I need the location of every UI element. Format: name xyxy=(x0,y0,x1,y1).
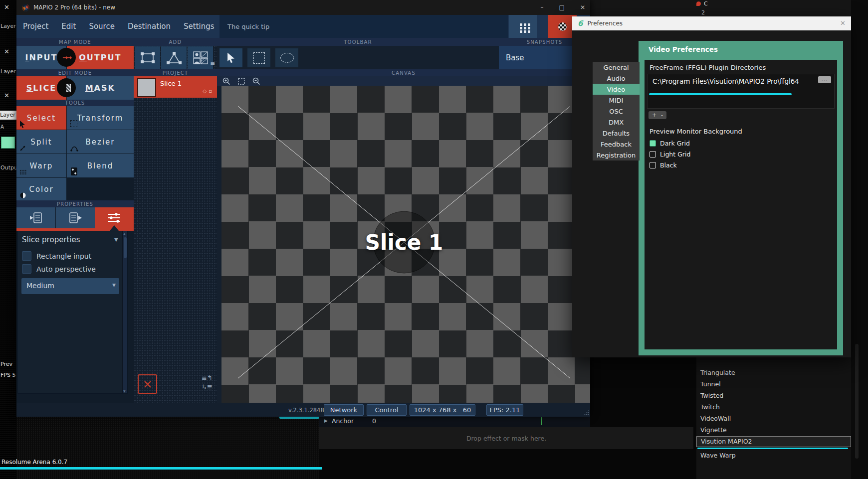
tab-audio[interactable]: Audio xyxy=(593,73,640,84)
maximize-button[interactable]: □ xyxy=(559,4,565,11)
checker-icon xyxy=(558,22,567,31)
drop-zone[interactable]: Drop effect or mask here. xyxy=(319,427,693,449)
effect-item[interactable]: Wave Warp xyxy=(696,450,851,461)
anchor-value[interactable]: 0 xyxy=(372,417,376,425)
delete-slice-button[interactable] xyxy=(138,374,157,394)
close-button[interactable]: ✕ xyxy=(580,4,585,11)
input-properties-button[interactable] xyxy=(16,207,55,228)
add-triangle-button[interactable] xyxy=(161,46,187,69)
remove-directory-button[interactable]: - xyxy=(661,113,663,118)
add-mask-button[interactable] xyxy=(188,46,213,69)
anchor-row: ▶ Anchor 0 xyxy=(319,416,590,427)
tool-transform[interactable]: Transform xyxy=(67,106,134,130)
tool-color[interactable]: Color xyxy=(16,178,66,200)
layer-selected-chip[interactable]: Layer xyxy=(0,111,16,120)
close-icon[interactable]: ✕ xyxy=(4,48,9,55)
output-properties-button[interactable] xyxy=(56,207,95,228)
resolume-bottom-left xyxy=(16,416,319,479)
slice-mask-toggle-icon[interactable] xyxy=(57,78,76,97)
lasso-select-button[interactable] xyxy=(275,48,298,67)
tab-general[interactable]: General xyxy=(593,62,640,73)
option-light-grid[interactable]: Light Grid xyxy=(650,150,690,159)
dark-grid-checkbox[interactable] xyxy=(650,140,656,147)
slice-visibility-icons[interactable]: ◇▫ xyxy=(203,88,214,94)
control-button[interactable]: Control xyxy=(367,404,407,416)
add-list-icon[interactable]: ≡ xyxy=(210,60,215,67)
plugin-dirs-listbox[interactable]: C:\Program Files\Visution\MAPIO2 Pro\ffg… xyxy=(647,74,835,109)
rectangle-input-row[interactable]: Rectangle input xyxy=(22,251,91,261)
quality-dropdown[interactable]: Medium ▼ xyxy=(21,278,119,294)
scroll-down-icon[interactable]: ▼ xyxy=(123,389,126,393)
tab-osc[interactable]: OSC xyxy=(593,106,640,117)
network-button[interactable]: Network xyxy=(324,404,364,416)
effect-item[interactable]: Twisted xyxy=(696,390,851,401)
effect-item[interactable]: Vignette xyxy=(696,425,851,436)
tool-select[interactable]: Select xyxy=(16,106,66,130)
tab-feedback[interactable]: Feedback xyxy=(593,139,640,150)
effect-item[interactable]: VideoWall xyxy=(696,413,851,424)
layer-order-buttons[interactable]: ≣↰ ↳≣ xyxy=(198,373,216,393)
tab-midi[interactable]: MIDI xyxy=(593,95,640,106)
mask-mode-button[interactable]: MASK xyxy=(67,76,134,100)
resize-grip[interactable] xyxy=(583,410,589,416)
tool-blend[interactable]: Blend xyxy=(67,154,134,177)
auto-perspective-checkbox[interactable] xyxy=(22,264,31,274)
effect-item-selected[interactable]: Visution MAPIO2 xyxy=(696,436,851,447)
snapshot-label: Base xyxy=(506,53,524,62)
minimize-button[interactable]: – xyxy=(541,4,544,11)
auto-perspective-row[interactable]: Auto perspective xyxy=(22,264,96,274)
tool-bezier[interactable]: Bezier xyxy=(67,130,134,154)
layer-label[interactable]: Layer xyxy=(0,23,16,29)
scrollbar[interactable] xyxy=(855,344,859,459)
scrollbar-thumb[interactable] xyxy=(124,237,127,258)
collapse-chevron-icon[interactable]: ▼ xyxy=(114,236,118,243)
close-icon[interactable]: ✕ xyxy=(4,3,9,11)
tab-defaults[interactable]: Defaults xyxy=(593,128,640,139)
preferences-title-bar[interactable]: 6 Preferences ✕ xyxy=(572,16,851,30)
color-swatch[interactable] xyxy=(1,137,15,149)
tab-registration[interactable]: Registration xyxy=(593,150,640,160)
menu-source[interactable]: Source xyxy=(82,15,121,38)
properties-scrollbar[interactable]: ▲ ▼ xyxy=(122,231,127,393)
resolution-button[interactable]: 1024 x 768 x 60 xyxy=(410,404,475,416)
layout-grid-button[interactable] xyxy=(509,15,537,38)
properties-panel-title[interactable]: Slice properties xyxy=(22,235,80,244)
effect-item[interactable]: Twitch xyxy=(696,402,851,413)
menu-edit[interactable]: Edit xyxy=(55,15,82,38)
close-icon[interactable]: ✕ xyxy=(4,92,9,99)
menu-settings[interactable]: Settings xyxy=(177,15,221,38)
cursor-tool-button[interactable] xyxy=(219,48,242,67)
light-grid-checkbox[interactable] xyxy=(650,151,656,158)
io-toggle-icon[interactable]: →→ xyxy=(57,48,76,67)
rectangle-input-checkbox[interactable] xyxy=(22,251,31,261)
option-black[interactable]: Black xyxy=(650,160,677,169)
output-mode-button[interactable]: OUTPUT xyxy=(67,46,134,69)
app-logo-icon xyxy=(22,4,29,11)
effect-item[interactable]: Tunnel xyxy=(696,379,851,390)
option-dark-grid[interactable]: Dark Grid xyxy=(650,139,690,148)
menu-bar: Project Edit Source Destination Settings… xyxy=(16,15,590,38)
fps-indicator[interactable]: FPS: 2.11 xyxy=(486,404,523,416)
black-checkbox[interactable] xyxy=(650,162,656,168)
marquee-select-button[interactable] xyxy=(247,48,270,67)
tab-video[interactable]: Video xyxy=(593,84,640,95)
layer-label[interactable]: Layer xyxy=(0,68,16,75)
section-project: PROJECT xyxy=(134,69,217,76)
browse-button[interactable]: ... xyxy=(818,76,831,83)
timeline-marker[interactable] xyxy=(541,417,542,425)
tool-warp[interactable]: Warp xyxy=(16,154,66,177)
tool-split[interactable]: Split xyxy=(16,130,66,154)
menu-destination[interactable]: Destination xyxy=(121,15,177,38)
effect-item[interactable]: Triangulate xyxy=(696,367,851,378)
add-directory-button[interactable]: + xyxy=(652,113,656,118)
resolume-top-strip: C 2 xyxy=(590,0,868,16)
add-slice-button[interactable] xyxy=(135,46,160,69)
plugin-path-item[interactable]: C:\Program Files\Visution\MAPIO2 Pro\ffg… xyxy=(652,77,799,85)
menu-project[interactable]: Project xyxy=(16,15,55,38)
tab-dmx[interactable]: DMX xyxy=(593,117,640,128)
project-slice-row[interactable]: Slice 1 ◇▫ xyxy=(134,76,217,98)
scroll-up-icon[interactable]: ▲ xyxy=(123,232,126,235)
play-icon[interactable]: ▶ xyxy=(324,418,328,423)
preferences-dialog: 6 Preferences ✕ Video Preferences FreeFr… xyxy=(572,16,851,357)
preferences-close-icon[interactable]: ✕ xyxy=(840,19,846,27)
